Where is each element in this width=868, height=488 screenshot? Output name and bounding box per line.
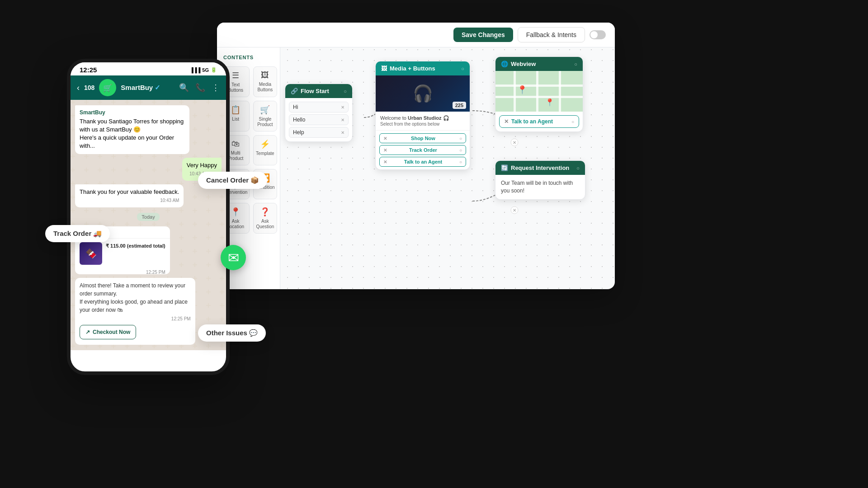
svg-rect-7 bbox=[495, 84, 583, 87]
top-bar: Save Changes Fallback & Intents bbox=[217, 23, 615, 47]
multi-product-icon: 🛍 bbox=[231, 139, 240, 149]
template-icon: ⚡ bbox=[260, 139, 270, 149]
flow-start-item-help[interactable]: Help ✕ bbox=[289, 127, 349, 138]
media-description: Welcome to Urban Studioz 🎧 Select from t… bbox=[376, 112, 470, 131]
status-time: 12:25 bbox=[80, 66, 97, 74]
save-button[interactable]: Save Changes bbox=[453, 28, 513, 42]
media-buttons-label: Media Buttons bbox=[255, 82, 274, 93]
remove-hello-button[interactable]: ✕ bbox=[341, 117, 344, 122]
chat-action-icons: 🔍 📞 ⋮ bbox=[179, 83, 220, 93]
media-button-list: ✕ Shop Now ○ ✕ Track Order ○ ✕ Talk to a… bbox=[376, 131, 470, 169]
call-icon[interactable]: 📞 bbox=[195, 83, 205, 93]
shop-now-handle: ○ bbox=[459, 136, 462, 141]
search-icon[interactable]: 🔍 bbox=[179, 83, 189, 93]
webview-map: 📍 📍 bbox=[495, 71, 583, 112]
back-button[interactable]: ‹ bbox=[77, 83, 80, 93]
chat-count: 108 bbox=[84, 84, 94, 91]
flow-start-handle: ○ bbox=[344, 89, 347, 94]
webview-node[interactable]: 🌐 Webview ○ 📍 📍 ✕ Talk t bbox=[495, 56, 583, 132]
flow-start-icon: 🔗 bbox=[291, 88, 298, 94]
fallback-button[interactable]: Fallback & Intents bbox=[518, 27, 585, 42]
shop-now-button[interactable]: ✕ Shop Now ○ bbox=[379, 133, 466, 143]
request-icon: 🔄 bbox=[501, 164, 508, 171]
webview-title: Webview bbox=[511, 61, 536, 67]
media-image: 🎧 225 bbox=[376, 75, 470, 112]
talk-to-agent-button[interactable]: ✕ Talk to an Agent ○ bbox=[379, 157, 466, 167]
other-issues-chip[interactable]: Other Issues 💬 bbox=[198, 324, 266, 342]
verified-badge: ✓ bbox=[155, 84, 160, 91]
message-smartbuy-intro: SmartBuy Thank you Santiago Torres for s… bbox=[75, 105, 189, 154]
request-intervention-node[interactable]: 🔄 Request Intervention ○ Our Team will b… bbox=[495, 160, 585, 200]
status-icons: ▐▐▐ 5G 🔋 bbox=[190, 67, 217, 73]
map-svg: 📍 📍 bbox=[495, 71, 583, 112]
flow-start-item-hi[interactable]: Hi ✕ bbox=[289, 102, 349, 113]
status-bar: 12:25 ▐▐▐ 5G 🔋 bbox=[71, 62, 226, 75]
content-item-media-buttons[interactable]: 🖼 Media Buttons bbox=[253, 66, 277, 97]
content-item-template[interactable]: ⚡ Template bbox=[253, 135, 277, 165]
whatsapp-button[interactable]: ✉ bbox=[221, 245, 246, 270]
order-time: 12:25 PM bbox=[75, 270, 170, 274]
webview-talk-button[interactable]: ✕ Talk to an Agent ○ bbox=[499, 115, 579, 128]
svg-text:📍: 📍 bbox=[517, 85, 528, 95]
list-label: List bbox=[232, 117, 239, 122]
checkout-section: ↗ Checkout Now bbox=[80, 325, 191, 339]
media-buttons-node[interactable]: 🖼 Media + Buttons ○ 🎧 225 Welcome to Urb… bbox=[375, 61, 470, 170]
cancel-order-chip[interactable]: Cancel Order 📦 bbox=[198, 172, 267, 189]
request-title: Request Intervention bbox=[511, 164, 569, 171]
media-buttons-title: Media + Buttons bbox=[390, 65, 435, 72]
today-divider: Today bbox=[137, 213, 159, 221]
battery-icon: 🔋 bbox=[211, 67, 217, 73]
single-product-icon: 🛒 bbox=[260, 105, 270, 115]
track-order-chip[interactable]: Track Order 🚚 bbox=[45, 225, 110, 242]
order-details: ₹ 115.00 (estimated total) bbox=[106, 242, 165, 265]
message-text: Thank you Santiago Torres for shopping w… bbox=[80, 117, 185, 150]
remove-help-button[interactable]: ✕ bbox=[341, 130, 344, 135]
chat-name: SmartBuy ✓ bbox=[121, 84, 175, 92]
toggle-switch[interactable] bbox=[590, 30, 606, 39]
track-order-handle: ○ bbox=[459, 148, 462, 153]
flow-start-node[interactable]: 🔗 Flow Start ○ Hi ✕ Hello ✕ Help ✕ bbox=[285, 84, 353, 142]
order-card-body: 🍫 ₹ 115.00 (estimated total) bbox=[75, 239, 170, 268]
checkout-button[interactable]: ↗ Checkout Now bbox=[80, 325, 136, 339]
media-buttons-icon: 🖼 bbox=[261, 70, 269, 80]
whatsapp-icon: ✉ bbox=[228, 250, 239, 266]
svg-point-4 bbox=[511, 206, 518, 214]
svg-rect-8 bbox=[495, 96, 583, 98]
track-order-button[interactable]: ✕ Track Order ○ bbox=[379, 145, 466, 155]
webview-header: 🌐 Webview ○ bbox=[495, 57, 583, 71]
remove-shop-now[interactable]: ✕ bbox=[383, 136, 387, 141]
svg-rect-11 bbox=[559, 71, 561, 112]
media-buttons-header: 🖼 Media + Buttons ○ bbox=[376, 61, 470, 75]
flow-canvas: ✕ ✕ ✕ 🔗 Flow Start ○ Hi ✕ Hello ✕ bbox=[280, 47, 615, 289]
menu-icon[interactable]: ⋮ bbox=[212, 83, 220, 93]
remove-talk-to-agent[interactable]: ✕ bbox=[383, 160, 387, 164]
flow-start-items: Hi ✕ Hello ✕ Help ✕ bbox=[285, 98, 352, 141]
message-time: 10:43 AM bbox=[80, 197, 179, 204]
avatar: 🛒 bbox=[99, 79, 116, 96]
webview-x-icon: ✕ bbox=[504, 118, 509, 125]
content-item-single-product[interactable]: 🛒 Single Product bbox=[253, 101, 277, 131]
checkout-icon: ↗ bbox=[85, 328, 90, 336]
list-icon: 📋 bbox=[231, 105, 241, 115]
message-text: Very Happy bbox=[187, 161, 217, 169]
remove-hi-button[interactable]: ✕ bbox=[341, 105, 344, 110]
signal-icon: ▐▐▐ bbox=[190, 67, 200, 73]
svg-text:✕: ✕ bbox=[513, 140, 516, 145]
network-type: 5G bbox=[202, 67, 209, 73]
svg-rect-6 bbox=[495, 71, 583, 112]
request-text: Our Team will be in touch with you soon! bbox=[495, 175, 585, 199]
order-product-image: 🍫 bbox=[80, 242, 102, 265]
template-label: Template bbox=[256, 151, 274, 156]
flow-start-item-hello[interactable]: Hello ✕ bbox=[289, 114, 349, 125]
sender-name: SmartBuy bbox=[80, 109, 185, 117]
svg-rect-10 bbox=[536, 71, 538, 112]
svg-text:✕: ✕ bbox=[513, 208, 516, 213]
ask-question-label: Ask Question bbox=[255, 219, 274, 230]
content-item-ask-question[interactable]: ❓ Ask Question bbox=[253, 203, 277, 234]
message-order-review: Almost there! Take a moment to review yo… bbox=[75, 278, 195, 345]
remove-track-order[interactable]: ✕ bbox=[383, 148, 387, 153]
flow-start-title: Flow Start bbox=[301, 88, 329, 94]
webview-icon: 🌐 bbox=[501, 61, 508, 67]
flow-builder-panel: Save Changes Fallback & Intents CONTENTS… bbox=[217, 23, 615, 289]
contents-title: CONTENTS bbox=[222, 55, 275, 60]
